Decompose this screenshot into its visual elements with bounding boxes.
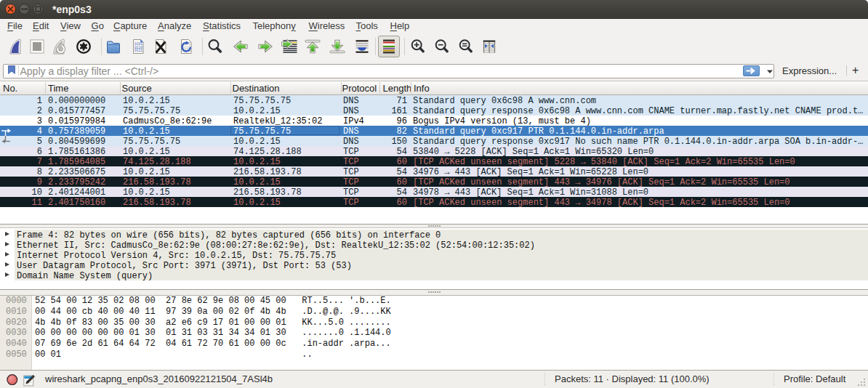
svg-text:0111: 0111 <box>134 49 142 52</box>
